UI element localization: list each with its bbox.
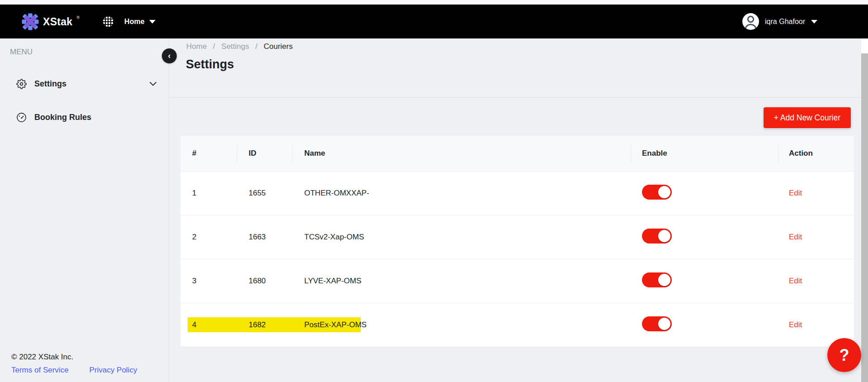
gear-icon [16, 79, 27, 89]
breadcrumb-couriers: Couriers [264, 42, 292, 51]
sidebar-item-label: Booking Rules [34, 113, 91, 122]
enable-toggle[interactable] [642, 316, 672, 331]
page-title: Settings [186, 57, 234, 72]
top-strip [0, 0, 868, 5]
chevron-down-icon [149, 20, 156, 24]
question-mark-icon: ? [840, 346, 849, 365]
edit-link[interactable]: Edit [789, 189, 802, 197]
brand-name: XStak [43, 13, 72, 30]
column-header-enable: Enable [631, 136, 778, 171]
brand-registered-mark: ® [76, 13, 80, 22]
column-header-name: Name [292, 136, 631, 171]
courier-name: LYVE-XAP-OMS [292, 259, 631, 303]
edit-link[interactable]: Edit [789, 277, 802, 285]
home-menu[interactable]: Home [124, 18, 155, 26]
sidebar-item-label: Settings [34, 79, 66, 89]
scrollbar[interactable] [861, 38, 868, 382]
courier-name: OTHER-OMXXAP- [292, 171, 631, 215]
edit-link[interactable]: Edit [789, 320, 802, 329]
copyright-text: © 2022 XStak Inc. [11, 353, 137, 362]
sidebar: MENU Settings Booking Rules © [0, 38, 169, 382]
home-menu-label: Home [124, 18, 144, 26]
table-header-row: # ID Name Enable Action [180, 136, 854, 171]
sidebar-item-settings[interactable]: Settings [16, 74, 157, 94]
courier-id: 1663 [237, 215, 292, 259]
privacy-policy-link[interactable]: Privacy Policy [90, 366, 137, 375]
sidebar-collapse-button[interactable]: ‹ [162, 48, 177, 63]
courier-id: 1655 [237, 171, 292, 215]
column-header-id: ID [237, 136, 292, 171]
main-content: Home / Settings / Couriers Settings + Ad… [170, 38, 861, 382]
edit-link[interactable]: Edit [789, 233, 802, 241]
avatar [742, 13, 759, 30]
chevron-down-icon [149, 81, 157, 86]
breadcrumb-settings[interactable]: Settings [222, 42, 249, 51]
row-number: 4 [180, 303, 237, 347]
column-header-number: # [180, 136, 237, 171]
couriers-table-card: # ID Name Enable Action 1 1655 OTHER-OMX… [180, 136, 854, 347]
column-header-action: Action [778, 136, 854, 171]
sidebar-footer: © 2022 XStak Inc. Terms of Service Priva… [11, 353, 137, 375]
row-number: 1 [180, 171, 237, 215]
terms-of-service-link[interactable]: Terms of Service [11, 366, 69, 375]
table-row: 1 1655 OTHER-OMXXAP- Edit [180, 171, 854, 215]
breadcrumb-home[interactable]: Home [186, 42, 207, 51]
table-row-highlighted: 4 1682 PostEx-XAP-OMS Edit [180, 303, 854, 347]
title-divider [170, 97, 861, 98]
enable-toggle[interactable] [642, 185, 672, 200]
add-new-courier-button[interactable]: + Add New Courier [764, 107, 851, 128]
courier-id: 1680 [237, 259, 292, 303]
courier-name: TCSv2-Xap-OMS [292, 215, 631, 259]
courier-name: PostEx-XAP-OMS [292, 303, 631, 347]
brand[interactable]: XStak ® [22, 13, 80, 30]
courier-id: 1682 [237, 303, 292, 347]
xstak-logo-icon [22, 13, 39, 30]
help-button[interactable]: ? [827, 338, 861, 372]
couriers-table: # ID Name Enable Action 1 1655 OTHER-OMX… [180, 136, 854, 347]
top-navbar: XStak ® Home iqra Ghafoor [0, 5, 868, 38]
enable-toggle[interactable] [642, 229, 672, 244]
chevron-down-icon [811, 20, 817, 24]
scrollbar-thumb[interactable] [861, 53, 868, 382]
sidebar-item-booking-rules[interactable]: Booking Rules [16, 107, 157, 127]
enable-toggle[interactable] [642, 272, 672, 287]
chevron-left-icon: ‹ [168, 51, 171, 61]
table-row: 2 1663 TCSv2-Xap-OMS Edit [180, 215, 854, 259]
gauge-icon [16, 112, 27, 123]
user-menu[interactable]: iqra Ghafoor [742, 13, 817, 30]
menu-section-label: MENU [10, 48, 33, 57]
app-grid-icon[interactable] [103, 16, 113, 27]
breadcrumb: Home / Settings / Couriers [186, 42, 292, 51]
row-number: 2 [180, 215, 237, 259]
row-number: 3 [180, 259, 237, 303]
table-row: 3 1680 LYVE-XAP-OMS Edit [180, 259, 854, 303]
user-name: iqra Ghafoor [765, 18, 805, 26]
